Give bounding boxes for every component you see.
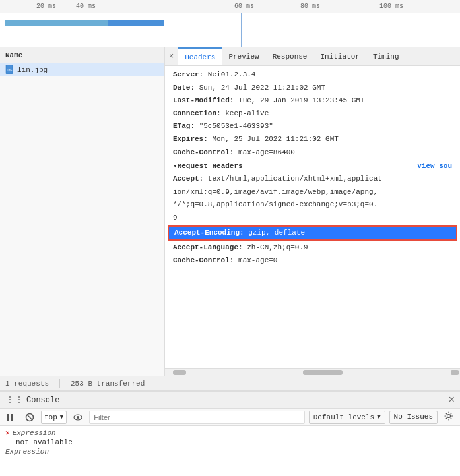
header-row-date: Date: Sun, 24 Jul 2022 11:21:02 GMT [165,82,460,95]
console-toolbar: top ▼ Default levels ▼ No Issues [0,409,460,426]
context-selector[interactable]: top ▼ [41,411,67,424]
no-issues-button[interactable]: No Issues [389,411,438,424]
header-val-expires: Mon, 25 Jul 2022 11:21:02 GMT [212,135,338,143]
header-row-last-modified: Last-Modified: Tue, 29 Jan 2019 13:23:45… [165,94,460,107]
tab-close-button[interactable]: × [165,47,178,65]
headers-panel: × Headers Preview Response Initiator Tim… [165,47,460,376]
default-levels-label: Default levels [313,413,374,421]
header-row-accept-2: ion/xml;q=0.9,image/avif,image/webp,imag… [165,186,460,199]
header-val-cache-control-req: max-age=0 [238,256,277,264]
header-row-cache-control-req: Cache-Control: max-age=0 [165,254,460,268]
header-row-cache-control: Cache-Control: max-age=86400 [165,146,460,160]
no-issues-label: No Issues [394,413,433,421]
header-val-accept-encoding: gzip, deflate [248,229,305,237]
horizontal-scroll[interactable] [165,368,460,376]
devtools-main: Name IMG lin.jpg × Headers Preview Respo… [0,47,460,376]
svg-rect-4 [11,414,13,421]
svg-point-8 [77,416,79,419]
name-column-header: Name [0,47,164,63]
header-val-accept-1: text/html,application/xhtml+xml,applicat [208,175,382,183]
context-label: top [44,413,57,421]
timeline-label-100ms: 100 ms [379,3,403,10]
timeline-vertical-line-1 [240,13,240,47]
error-icon: ✕ [5,429,10,437]
console-area: ⋮⋮ Console × top ▼ [0,390,460,476]
request-headers-section: ▾Request Headers View sou [165,159,460,173]
header-row-accept-encoding[interactable]: Accept-Encoding: gzip, deflate [168,225,457,241]
status-divider [59,379,60,388]
header-val-server: Nei01.2.3.4 [208,71,256,78]
svg-point-9 [447,414,451,417]
expression-label-2: Expression [5,448,49,456]
timeline-label-60ms: 60 ms [234,3,254,10]
header-key-accept: Accept: [173,175,203,183]
header-row-server: Server: Nei01.2.3.4 [165,69,460,82]
console-filter-input[interactable] [89,411,305,424]
h-scroll-bar [303,370,343,375]
header-val-connection: keep-alive [225,109,269,117]
console-header: ⋮⋮ Console × [0,392,460,409]
file-item-linjpg[interactable]: IMG lin.jpg [0,63,164,76]
name-panel: Name IMG lin.jpg [0,47,165,376]
timeline-area: 20 ms 40 ms 60 ms 80 ms 100 ms [0,0,460,47]
svg-line-6 [27,415,32,420]
header-val-etag: "5c5053e1-463393" [199,122,273,130]
execute-button[interactable] [4,411,18,424]
header-val-accept-4: 9 [173,214,178,222]
svg-rect-3 [7,414,9,421]
timeline-label-80ms: 80 ms [300,3,320,10]
timeline-bar-area [0,13,460,47]
request-headers-title: ▾Request Headers [173,162,243,170]
view-source-link[interactable]: View sou [417,162,452,170]
levels-dropdown-arrow: ▼ [377,414,380,421]
header-row-accept-3: */*;q=0.8,application/signed-exchange;v=… [165,198,460,212]
tab-initiator[interactable]: Initiator [313,47,366,65]
header-val-date: Sun, 24 Jul 2022 11:21:02 GMT [199,84,325,92]
tab-timing[interactable]: Timing [366,47,406,65]
header-key-date: Date: [173,84,195,92]
console-title: Console [26,396,59,405]
dots-icon: ⋮⋮ [5,394,24,405]
timeline-label-40ms: 40 ms [76,3,96,10]
header-val-cache-control: max-age=86400 [238,148,295,156]
tab-response[interactable]: Response [266,47,314,65]
header-row-accept-4: 9 [165,212,460,225]
data-transferred: 253 B transferred [71,380,145,388]
timeline-ruler: 20 ms 40 ms 60 ms 80 ms 100 ms [0,0,460,13]
header-val-accept-2: ion/xml;q=0.9,image/avif,image/webp,imag… [173,188,378,196]
console-expression-line-2: Expression [5,448,455,456]
toggle-visibility-button[interactable] [71,411,85,424]
block-button[interactable] [22,411,37,424]
h-scroll-right [451,370,459,375]
header-val-accept-3: */*;q=0.8,application/signed-exchange;v=… [173,200,378,208]
settings-button[interactable] [442,410,456,425]
header-val-last-modified: Tue, 29 Jan 2019 13:23:45 GMT [238,96,364,104]
console-content: ✕ Expression not available Expression [0,426,460,476]
header-key-accept-language: Accept-Language: [173,243,243,251]
tab-headers[interactable]: Headers [178,47,222,65]
status-divider-2 [158,379,158,388]
header-key-expires: Expires: [173,135,208,143]
header-key-accept-encoding: Accept-Encoding: [174,229,244,237]
header-key-connection: Connection: [173,109,221,117]
header-row-accept-1: Accept: text/html,application/xhtml+xml,… [165,173,460,186]
console-not-available: not available [5,438,455,446]
console-title-area: ⋮⋮ Console [5,394,59,405]
not-available-text: not available [16,438,73,446]
header-val-accept-language: zh-CN,zh;q=0.9 [247,243,308,251]
header-row-accept-language: Accept-Language: zh-CN,zh;q=0.9 [165,241,460,254]
expression-label: Expression [13,429,56,437]
tab-preview[interactable]: Preview [222,47,265,65]
console-close-button[interactable]: × [448,394,455,406]
headers-content: Server: Nei01.2.3.4 Date: Sun, 24 Jul 20… [165,66,460,368]
header-row-connection: Connection: keep-alive [165,107,460,121]
svg-text:IMG: IMG [6,69,12,73]
header-row-expires: Expires: Mon, 25 Jul 2022 11:21:02 GMT [165,133,460,146]
file-icon: IMG [5,65,15,74]
header-key-cache-control-req: Cache-Control: [173,256,234,264]
default-levels-button[interactable]: Default levels ▼ [309,411,385,424]
context-dropdown-arrow: ▼ [60,414,63,421]
console-expression-line: ✕ Expression [5,429,455,437]
header-key-cache-control: Cache-Control: [173,148,234,156]
header-key-last-modified: Last-Modified: [173,96,234,104]
